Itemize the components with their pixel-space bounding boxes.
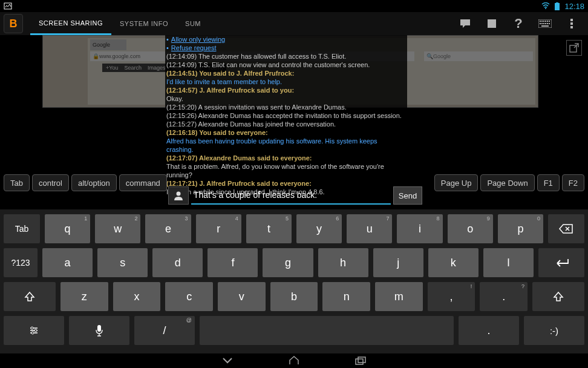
svg-rect-10 — [547, 21, 548, 22]
key-settings[interactable] — [4, 316, 64, 345]
key-mic[interactable] — [69, 316, 129, 345]
svg-rect-19 — [570, 19, 573, 21]
chat-action-link[interactable]: Allow only viewing — [171, 36, 225, 43]
svg-rect-17 — [549, 23, 550, 24]
svg-rect-21 — [570, 26, 573, 28]
key-/[interactable]: /@ — [134, 316, 195, 345]
key-.[interactable]: .? — [480, 282, 528, 311]
chat-line: Alfred has been having trouble updating … — [166, 137, 406, 154]
help-icon[interactable]: ? — [512, 17, 525, 30]
chat-line: (12:14:09) The customer has allowed full… — [166, 52, 406, 61]
key-u[interactable]: u7 — [347, 214, 392, 243]
status-bar: 12:18 — [0, 0, 588, 12]
svg-rect-16 — [547, 23, 548, 24]
chat-line: (12:17:07) Alexandre Dumas said to every… — [166, 154, 406, 162]
chat-line: (12:16:18) You said to everyone: — [166, 128, 406, 137]
key-.[interactable]: . — [459, 316, 519, 345]
special-key-altoption[interactable]: alt/option — [71, 174, 117, 191]
key-numsym[interactable]: ?123 — [4, 248, 38, 277]
key-f[interactable]: f — [207, 248, 258, 277]
key-j[interactable]: j — [373, 248, 423, 277]
key-p[interactable]: p0 — [498, 214, 543, 243]
key-enter[interactable] — [538, 248, 584, 277]
nav-home[interactable] — [288, 355, 300, 367]
key-z[interactable]: z — [60, 282, 108, 311]
key-space[interactable] — [200, 316, 454, 345]
key-r[interactable]: r4 — [196, 214, 241, 243]
svg-rect-15 — [545, 23, 546, 24]
special-key-command[interactable]: command — [119, 174, 167, 191]
tab-screen-sharing[interactable]: SCREEN SHARING — [30, 12, 111, 35]
chat-line: I'd like to invite a team member to help… — [166, 77, 406, 86]
chat-line: (12:14:57) J. Alfred Prufrock said to yo… — [166, 86, 406, 94]
key-tab[interactable]: Tab — [4, 214, 40, 243]
nav-recents[interactable] — [354, 355, 367, 367]
key-shift[interactable] — [4, 282, 56, 311]
chat-action-link[interactable]: Refuse request — [171, 44, 217, 51]
svg-point-1 — [545, 8, 546, 9]
key-g[interactable]: g — [263, 248, 313, 277]
svg-rect-6 — [540, 21, 541, 22]
app-logo[interactable]: B — [4, 14, 23, 33]
key-w[interactable]: w2 — [95, 214, 140, 243]
key-shift-right[interactable] — [532, 282, 584, 311]
battery-icon — [553, 2, 561, 10]
key-l[interactable]: l — [483, 248, 534, 277]
chat-line: (12:14:51) You said to J. Alfred Prufroc… — [166, 69, 406, 77]
key-i[interactable]: i8 — [397, 214, 442, 243]
key-x[interactable]: x — [113, 282, 161, 311]
stop-icon[interactable] — [485, 17, 498, 30]
special-key-pagedown[interactable]: Page Down — [480, 174, 534, 191]
key-backspace[interactable] — [548, 214, 584, 243]
special-key-control[interactable]: control — [32, 174, 69, 191]
key-t[interactable]: t5 — [246, 214, 292, 243]
key-v[interactable]: v — [218, 282, 266, 311]
svg-rect-2 — [555, 3, 560, 10]
overflow-icon[interactable] — [565, 17, 578, 30]
svg-rect-11 — [549, 21, 550, 22]
tab-system-info[interactable]: SYSTEM INFO — [111, 12, 177, 35]
special-key-tab[interactable]: Tab — [4, 174, 30, 191]
special-key-f2[interactable]: F2 — [562, 174, 584, 191]
system-nav-bar — [0, 353, 588, 368]
svg-rect-29 — [358, 357, 365, 363]
key-d[interactable]: d — [152, 248, 203, 277]
send-button[interactable]: Send — [393, 186, 422, 205]
special-key-f1[interactable]: F1 — [537, 174, 560, 191]
svg-point-24 — [31, 327, 33, 329]
message-input[interactable] — [191, 186, 391, 205]
key-h[interactable]: h — [318, 248, 368, 277]
key-b[interactable]: b — [270, 282, 318, 311]
key-o[interactable]: o9 — [448, 214, 493, 243]
svg-point-23 — [177, 192, 181, 196]
key-smiley[interactable]: :-) — [524, 316, 584, 345]
soft-keyboard: Tab q1w2e3r4t5y6u7i8o9p0 ?123 asdfghjkl … — [0, 209, 588, 353]
special-key-pageup[interactable]: Page Up — [434, 174, 479, 191]
svg-rect-27 — [97, 325, 101, 332]
key-y[interactable]: y6 — [296, 214, 342, 243]
keyboard-icon[interactable] — [538, 17, 552, 30]
key-a[interactable]: a — [42, 248, 93, 277]
recipient-button[interactable] — [168, 186, 189, 205]
svg-rect-3 — [556, 2, 558, 4]
svg-rect-7 — [541, 21, 543, 22]
svg-point-26 — [31, 332, 34, 334]
nav-hide-keyboard[interactable] — [221, 355, 234, 367]
key-q[interactable]: q1 — [45, 214, 90, 243]
remote-search-box: 🔍 Google — [424, 51, 533, 61]
status-time: 12:18 — [564, 2, 584, 11]
key-s[interactable]: s — [97, 248, 148, 277]
chat-line: (12:14:09) T.S. Eliot can now view and c… — [166, 61, 406, 69]
key-c[interactable]: c — [165, 282, 213, 311]
popout-icon[interactable] — [566, 40, 582, 56]
key-,[interactable]: ,! — [428, 282, 475, 311]
svg-point-25 — [34, 329, 37, 332]
chat-line: (12:15:20) A session invitation was sent… — [166, 103, 406, 111]
key-m[interactable]: m — [375, 282, 423, 311]
chat-icon[interactable] — [459, 17, 472, 30]
tab-summary[interactable]: SUM — [177, 12, 209, 35]
key-e[interactable]: e3 — [145, 214, 191, 243]
key-n[interactable]: n — [322, 282, 370, 311]
key-k[interactable]: k — [428, 248, 479, 277]
chat-input-row: Send — [168, 186, 422, 205]
